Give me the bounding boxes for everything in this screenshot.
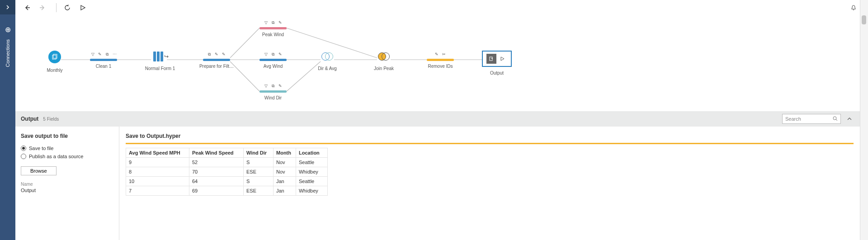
table-cell: ESE — [244, 167, 274, 177]
column-header[interactable]: Avg Wind Speed MPH — [126, 148, 189, 158]
table-cell: S — [244, 177, 274, 186]
filter-icon: ▽ — [263, 83, 269, 89]
accent-separator — [126, 143, 854, 144]
toolbar — [15, 0, 868, 15]
node-remove-ids[interactable]: ✎ ✂ Remove IDs — [420, 52, 461, 69]
add-connection-button[interactable]: ⊕ — [5, 25, 11, 34]
clean-step-bar — [203, 59, 230, 61]
table-cell: 64 — [189, 177, 244, 186]
table-cell: 8 — [126, 167, 189, 177]
table-cell: 69 — [189, 186, 244, 196]
column-header[interactable]: Peak Wind Speed — [189, 148, 244, 158]
browse-button[interactable]: Browse — [21, 166, 57, 175]
run-output-button[interactable] — [497, 54, 507, 64]
output-extract-icon — [486, 54, 496, 64]
connections-sidebar: ⊕ Connections — [0, 0, 15, 240]
node-label: Output — [476, 71, 517, 75]
node-output[interactable]: Output — [476, 51, 517, 75]
scrollbar-thumb[interactable] — [862, 15, 866, 24]
flow-canvas[interactable]: Monthly ▽ ✎ ⧉ ⋯ Clean 1 ↪ Normal Form 1 … — [15, 15, 860, 111]
search-input[interactable]: Search — [782, 114, 841, 124]
pivot-icon: ↪ — [153, 52, 167, 61]
name-value: Output — [21, 188, 113, 193]
filter-icon: ▽ — [90, 52, 95, 57]
group-icon: ⧉ — [207, 52, 212, 57]
field-count: 5 Fields — [43, 117, 59, 122]
node-wind-dir[interactable]: ▽ ⧉ ✎ Wind Dir — [253, 83, 293, 100]
table-cell: S — [244, 158, 274, 167]
table-cell: 70 — [189, 167, 244, 177]
save-to-file-label: Save to file — [29, 146, 53, 151]
node-label: Monthly — [34, 68, 75, 73]
node-join-dir-avg[interactable]: Dir & Avg — [307, 52, 348, 71]
table-cell: 7 — [126, 186, 189, 196]
save-heading: Save output to file — [21, 133, 113, 139]
remove-icon: ✂ — [441, 52, 447, 57]
join-icon — [321, 52, 334, 61]
node-label: Join Peak — [363, 66, 404, 71]
node-label: Avg Wind — [253, 64, 293, 69]
table-cell: 10 — [126, 177, 189, 186]
name-label: Name — [21, 182, 113, 187]
table-cell: Jan — [274, 177, 296, 186]
node-join-peak[interactable]: Join Peak — [363, 52, 404, 71]
table-cell: 9 — [126, 158, 189, 167]
node-label: Normal Form 1 — [140, 66, 180, 71]
radio-icon — [21, 154, 26, 159]
node-label: Dir & Avg — [307, 66, 348, 71]
publish-radio[interactable]: Publish as a data source — [21, 154, 113, 159]
node-prepare[interactable]: ⧉ ✎ ✎ Prepare for Filt… — [196, 52, 237, 69]
clean-step-bar — [259, 59, 287, 61]
refresh-button[interactable] — [61, 1, 74, 14]
table-cell: Jan — [274, 186, 296, 196]
table-row: 769ESEJanWhidbey — [126, 186, 328, 196]
column-header[interactable]: Month — [274, 148, 296, 158]
table-row: 952SNovSeattle — [126, 158, 328, 167]
column-header[interactable]: Wind Dir — [244, 148, 274, 158]
notifications-button[interactable] — [847, 1, 860, 14]
output-step-icon — [482, 51, 512, 67]
radio-selected-icon — [21, 146, 26, 151]
more-icon: ⋯ — [112, 52, 117, 57]
run-flow-button[interactable] — [76, 1, 89, 14]
node-avg-wind[interactable]: ▽ ⧉ ✎ Avg Wind — [253, 52, 293, 69]
table-row: 1064SJanSeattle — [126, 177, 328, 186]
node-clean1[interactable]: ▽ ✎ ⧉ ⋯ Clean 1 — [83, 52, 124, 69]
group-icon: ⧉ — [104, 52, 110, 57]
node-label: Remove IDs — [420, 64, 461, 69]
rename-icon: ✎ — [278, 20, 283, 25]
calc-icon: ✎ — [221, 52, 226, 57]
save-target-label: Save to Output.hyper — [126, 133, 854, 139]
table-cell: ESE — [244, 186, 274, 196]
column-header[interactable]: Location — [296, 148, 327, 158]
back-button[interactable] — [21, 1, 33, 14]
search-placeholder: Search — [785, 116, 801, 122]
node-label: Peak Wind — [253, 32, 293, 37]
rename-icon: ✎ — [97, 52, 103, 57]
node-label: Wind Dir — [253, 95, 293, 100]
table-cell: Seattle — [296, 158, 327, 167]
forward-button[interactable] — [36, 1, 49, 14]
filter-icon: ▽ — [263, 20, 269, 25]
group-icon: ⧉ — [270, 83, 276, 89]
clean-step-bar — [259, 90, 287, 93]
table-cell: Seattle — [296, 177, 327, 186]
right-scrollbar[interactable] — [860, 0, 868, 240]
expand-panel-button[interactable] — [844, 114, 854, 124]
node-normal-form[interactable]: ↪ Normal Form 1 — [140, 52, 180, 71]
node-monthly[interactable]: Monthly — [34, 51, 75, 73]
node-peak-wind[interactable]: ▽ ⧉ ✎ Peak Wind — [253, 20, 293, 37]
save-settings-panel: Save output to file Save to file Publish… — [15, 127, 119, 240]
group-icon: ⧉ — [270, 52, 276, 57]
table-cell: Nov — [274, 158, 296, 167]
rename-icon: ✎ — [278, 52, 283, 57]
sidebar-expand-button[interactable] — [0, 0, 15, 14]
output-title: Output — [21, 116, 38, 122]
join-icon — [377, 52, 391, 61]
svg-rect-13 — [53, 54, 57, 58]
svg-point-15 — [833, 117, 836, 120]
save-to-file-radio[interactable]: Save to file — [21, 146, 113, 151]
rename-icon: ✎ — [278, 83, 283, 89]
node-label: Prepare for Filt… — [196, 64, 237, 69]
search-icon — [833, 116, 838, 122]
